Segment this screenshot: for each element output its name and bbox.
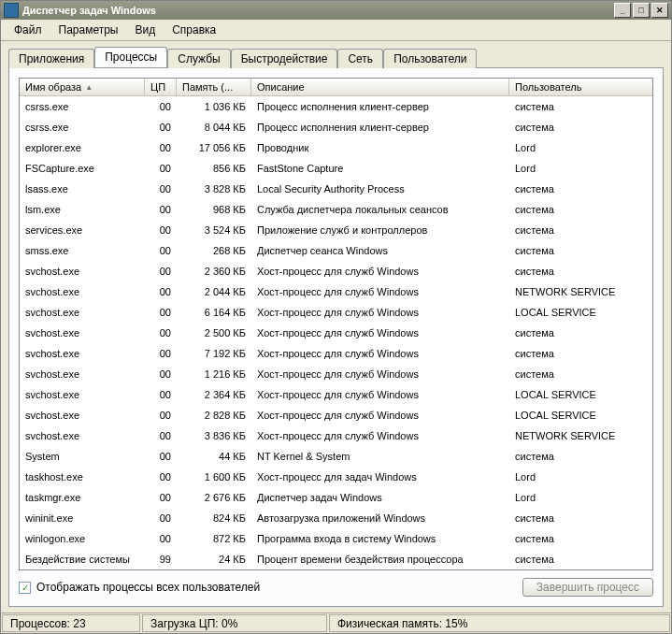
cell-user: система (509, 327, 637, 339)
cell-user: система (509, 204, 637, 215)
cell-image: services.exe (20, 224, 145, 236)
cell-image: svchost.exe (20, 327, 145, 339)
column-header-user[interactable]: Пользователь (509, 79, 637, 95)
cell-description: Процесс исполнения клиент-сервер (251, 101, 509, 112)
table-row[interactable]: svchost.exe002 828 КБХост-процесс для сл… (20, 405, 652, 425)
cell-memory: 1 216 КБ (177, 368, 251, 380)
table-row[interactable]: csrss.exe001 036 КБПроцесс исполнения кл… (20, 96, 652, 117)
cell-memory: 872 КБ (177, 533, 251, 544)
table-row[interactable]: svchost.exe006 164 КБХост-процесс для сл… (20, 302, 652, 323)
cell-user: система (509, 245, 637, 256)
table-row[interactable]: taskmgr.exe002 676 КБДиспетчер задач Win… (20, 487, 652, 508)
checkbox-check-icon: ✓ (19, 582, 31, 594)
menu-help[interactable]: Справка (164, 22, 223, 38)
cell-image: taskhost.exe (20, 471, 145, 483)
sort-asc-icon: ▲ (85, 83, 93, 92)
cell-user: LOCAL SERVICE (509, 410, 637, 421)
cell-description: Хост-процесс для служб Windows (251, 410, 509, 421)
cell-cpu: 00 (145, 142, 177, 153)
menu-view[interactable]: Вид (127, 22, 163, 38)
table-row[interactable]: Бездействие системы9924 КБПроцент времен… (20, 549, 652, 569)
tab-processes[interactable]: Процессы (94, 47, 167, 67)
cell-description: Хост-процесс для служб Windows (251, 307, 509, 318)
cell-cpu: 00 (145, 368, 177, 380)
cell-image: svchost.exe (20, 368, 145, 380)
cell-memory: 2 500 КБ (177, 327, 251, 339)
table-row[interactable]: explorer.exe0017 056 КБПроводникLord (20, 137, 652, 158)
column-header-image[interactable]: Имя образа ▲ (20, 79, 145, 95)
tab-networking[interactable]: Сеть (337, 49, 383, 68)
cell-cpu: 00 (145, 266, 177, 277)
table-row[interactable]: smss.exe00268 КБДиспетчер сеанса Windows… (20, 240, 652, 261)
cell-cpu: 00 (145, 163, 177, 174)
cell-cpu: 00 (145, 492, 177, 503)
cell-cpu: 00 (145, 183, 177, 195)
cell-cpu: 00 (145, 224, 177, 236)
cell-image: smss.exe (20, 245, 145, 256)
column-header-cpu[interactable]: ЦП (145, 79, 177, 95)
cell-image: svchost.exe (20, 286, 145, 297)
menu-file[interactable]: Файл (7, 22, 50, 38)
cell-memory: 6 164 КБ (177, 307, 251, 318)
cell-description: Хост-процесс для служб Windows (251, 368, 509, 380)
statusbar: Процессов: 23 Загрузка ЦП: 0% Физическая… (1, 612, 671, 633)
cell-memory: 856 КБ (177, 163, 251, 174)
cell-memory: 968 КБ (177, 204, 251, 215)
table-row[interactable]: System0044 КБNT Kernel & Systemсистема (20, 446, 652, 467)
cell-description: Автозагрузка приложений Windows (251, 512, 509, 524)
cell-user: система (509, 554, 637, 565)
tab-users[interactable]: Пользователи (383, 49, 477, 68)
table-row[interactable]: svchost.exe007 192 КБХост-процесс для сл… (20, 343, 652, 364)
table-row[interactable]: csrss.exe008 044 КБПроцесс исполнения кл… (20, 117, 652, 137)
table-row[interactable]: taskhost.exe001 600 КБХост-процесс для з… (20, 467, 652, 487)
cell-cpu: 00 (145, 512, 177, 524)
cell-description: Хост-процесс для служб Windows (251, 348, 509, 359)
cell-memory: 3 524 КБ (177, 224, 251, 236)
table-row[interactable]: svchost.exe001 216 КБХост-процесс для сл… (20, 364, 652, 384)
tab-services[interactable]: Службы (167, 49, 230, 68)
column-header-description[interactable]: Описание (251, 79, 509, 95)
cell-memory: 17 056 КБ (177, 142, 251, 153)
titlebar[interactable]: Диспетчер задач Windows _ □ ✕ (1, 1, 671, 20)
cell-memory: 2 364 КБ (177, 389, 251, 400)
cell-cpu: 00 (145, 410, 177, 421)
cell-user: система (509, 224, 637, 236)
table-row[interactable]: svchost.exe002 364 КБХост-процесс для сл… (20, 384, 652, 405)
cell-description: FastStone Capture (251, 163, 509, 174)
cell-cpu: 00 (145, 533, 177, 544)
cell-image: csrss.exe (20, 122, 145, 133)
table-row[interactable]: svchost.exe002 044 КБХост-процесс для сл… (20, 281, 652, 302)
menu-options[interactable]: Параметры (51, 22, 126, 38)
listview-body[interactable]: csrss.exe001 036 КБПроцесс исполнения кл… (20, 96, 652, 569)
cell-image: FSCapture.exe (20, 163, 145, 174)
table-row[interactable]: svchost.exe003 836 КБХост-процесс для сл… (20, 425, 652, 446)
status-process-count: Процессов: 23 (2, 614, 140, 632)
cell-memory: 2 360 КБ (177, 266, 251, 277)
cell-image: lsm.exe (20, 204, 145, 215)
table-row[interactable]: wininit.exe00824 КБАвтозагрузка приложен… (20, 508, 652, 528)
table-row[interactable]: lsm.exe00968 КБСлужба диспетчера локальн… (20, 199, 652, 220)
cell-cpu: 00 (145, 430, 177, 441)
cell-description: Хост-процесс для служб Windows (251, 266, 509, 277)
cell-image: csrss.exe (20, 101, 145, 112)
table-row[interactable]: services.exe003 524 КБПриложение служб и… (20, 220, 652, 240)
table-row[interactable]: svchost.exe002 360 КБХост-процесс для сл… (20, 261, 652, 281)
maximize-button[interactable]: □ (633, 3, 650, 18)
minimize-button[interactable]: _ (614, 3, 631, 18)
cell-user: Lord (509, 163, 637, 174)
show-all-users-label: Отображать процессы всех пользователей (36, 581, 260, 594)
tab-performance[interactable]: Быстродействие (231, 49, 338, 68)
tab-page-processes: Имя образа ▲ ЦП Память (... Описание Пол… (8, 67, 664, 607)
table-row[interactable]: FSCapture.exe00856 КБFastStone CaptureLo… (20, 158, 652, 179)
cell-image: Бездействие системы (20, 554, 145, 565)
end-process-button[interactable]: Завершить процесс (522, 578, 653, 597)
tab-applications[interactable]: Приложения (8, 49, 94, 68)
show-all-users-checkbox[interactable]: ✓ Отображать процессы всех пользователей (19, 581, 260, 594)
cell-image: svchost.exe (20, 410, 145, 421)
table-row[interactable]: winlogon.exe00872 КБПрограмма входа в си… (20, 528, 652, 549)
close-button[interactable]: ✕ (651, 3, 668, 18)
table-row[interactable]: lsass.exe003 828 КБLocal Security Author… (20, 179, 652, 199)
table-row[interactable]: svchost.exe002 500 КБХост-процесс для сл… (20, 323, 652, 343)
cell-image: winlogon.exe (20, 533, 145, 544)
column-header-memory[interactable]: Память (... (177, 79, 251, 95)
